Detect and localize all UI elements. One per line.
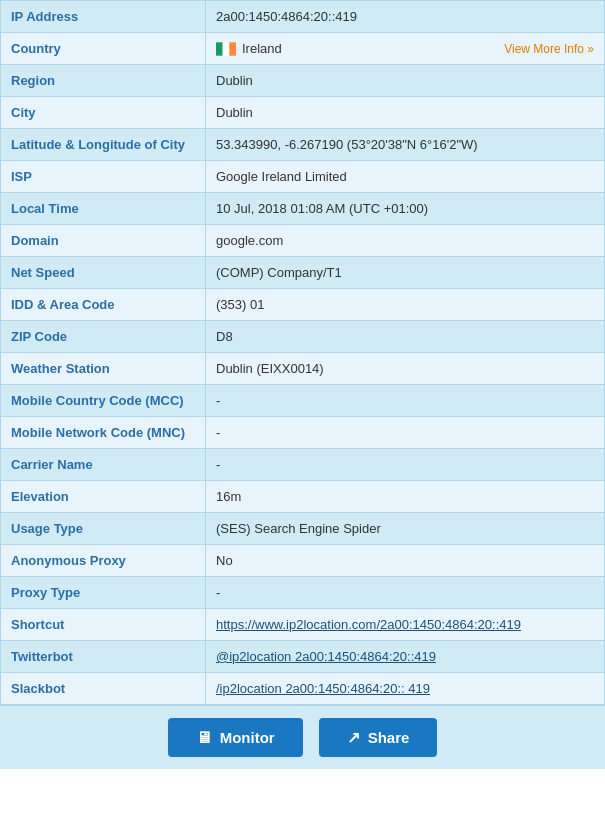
row-link[interactable]: /ip2location 2a00:1450:4864:20:: 419 — [216, 681, 430, 696]
row-value: - — [206, 417, 604, 448]
row-label: City — [1, 97, 206, 128]
row-label: Mobile Country Code (MCC) — [1, 385, 206, 416]
table-row: Carrier Name- — [1, 449, 604, 481]
table-row: Anonymous ProxyNo — [1, 545, 604, 577]
row-value: Dublin — [206, 65, 604, 96]
row-link[interactable]: https://www.ip2location.com/2a00:1450:48… — [216, 617, 521, 632]
row-label: Mobile Network Code (MNC) — [1, 417, 206, 448]
row-value: 53.343990, -6.267190 (53°20'38"N 6°16'2"… — [206, 129, 604, 160]
row-value: - — [206, 577, 604, 608]
row-value: Dublin — [206, 97, 604, 128]
table-row: ZIP CodeD8 — [1, 321, 604, 353]
svg-rect-0 — [216, 42, 223, 55]
row-label: Country — [1, 33, 206, 64]
row-label: ZIP Code — [1, 321, 206, 352]
table-row: Shortcuthttps://www.ip2location.com/2a00… — [1, 609, 604, 641]
row-label: Domain — [1, 225, 206, 256]
table-row: Mobile Country Code (MCC)- — [1, 385, 604, 417]
table-row: Slackbot/ip2location 2a00:1450:4864:20::… — [1, 673, 604, 704]
row-label: Twitterbot — [1, 641, 206, 672]
row-value: google.com — [206, 225, 604, 256]
table-row: Domaingoogle.com — [1, 225, 604, 257]
ip-info-table: IP Address2a00:1450:4864:20::419CountryI… — [0, 0, 605, 769]
row-value: (COMP) Company/T1 — [206, 257, 604, 288]
row-label: Anonymous Proxy — [1, 545, 206, 576]
row-value[interactable]: /ip2location 2a00:1450:4864:20:: 419 — [206, 673, 604, 704]
table-row: Proxy Type- — [1, 577, 604, 609]
svg-rect-2 — [229, 42, 236, 55]
table-row: Net Speed(COMP) Company/T1 — [1, 257, 604, 289]
table-row: Twitterbot@ip2location 2a00:1450:4864:20… — [1, 641, 604, 673]
row-value: (353) 01 — [206, 289, 604, 320]
row-label: IP Address — [1, 1, 206, 32]
share-icon: ↗ — [347, 728, 360, 747]
row-label: Shortcut — [1, 609, 206, 640]
table-row: IDD & Area Code(353) 01 — [1, 289, 604, 321]
row-label: Slackbot — [1, 673, 206, 704]
row-value: 2a00:1450:4864:20::419 — [206, 1, 604, 32]
row-value: - — [206, 449, 604, 480]
row-label: Weather Station — [1, 353, 206, 384]
row-link[interactable]: @ip2location 2a00:1450:4864:20::419 — [216, 649, 436, 664]
row-label: ISP — [1, 161, 206, 192]
svg-rect-1 — [223, 42, 230, 55]
share-label: Share — [368, 729, 410, 746]
row-label: Region — [1, 65, 206, 96]
row-value[interactable]: @ip2location 2a00:1450:4864:20::419 — [206, 641, 604, 672]
table-row: Mobile Network Code (MNC)- — [1, 417, 604, 449]
row-value: IrelandView More Info » — [206, 33, 604, 64]
row-label: IDD & Area Code — [1, 289, 206, 320]
row-label: Net Speed — [1, 257, 206, 288]
table-row: CityDublin — [1, 97, 604, 129]
table-row: ISPGoogle Ireland Limited — [1, 161, 604, 193]
table-row: Elevation16m — [1, 481, 604, 513]
monitor-button[interactable]: 🖥 Monitor — [168, 718, 303, 757]
row-value: No — [206, 545, 604, 576]
monitor-label: Monitor — [220, 729, 275, 746]
table-row: Local Time10 Jul, 2018 01:08 AM (UTC +01… — [1, 193, 604, 225]
view-more-link[interactable]: View More Info » — [504, 42, 594, 56]
table-row: CountryIrelandView More Info » — [1, 33, 604, 65]
row-value: - — [206, 385, 604, 416]
share-button[interactable]: ↗ Share — [319, 718, 438, 757]
table-row: Usage Type(SES) Search Engine Spider — [1, 513, 604, 545]
row-value: Dublin (EIXX0014) — [206, 353, 604, 384]
row-value: D8 — [206, 321, 604, 352]
row-label: Usage Type — [1, 513, 206, 544]
row-label: Latitude & Longitude of City — [1, 129, 206, 160]
row-label: Elevation — [1, 481, 206, 512]
table-row: Latitude & Longitude of City53.343990, -… — [1, 129, 604, 161]
row-value: 10 Jul, 2018 01:08 AM (UTC +01:00) — [206, 193, 604, 224]
monitor-icon: 🖥 — [196, 729, 212, 747]
row-value: 16m — [206, 481, 604, 512]
row-value: Google Ireland Limited — [206, 161, 604, 192]
table-row: RegionDublin — [1, 65, 604, 97]
table-row: Weather StationDublin (EIXX0014) — [1, 353, 604, 385]
country-flag — [216, 42, 236, 56]
row-label: Carrier Name — [1, 449, 206, 480]
country-name: Ireland — [242, 41, 282, 56]
row-value[interactable]: https://www.ip2location.com/2a00:1450:48… — [206, 609, 604, 640]
row-label: Proxy Type — [1, 577, 206, 608]
row-label: Local Time — [1, 193, 206, 224]
table-row: IP Address2a00:1450:4864:20::419 — [1, 1, 604, 33]
footer-actions: 🖥 Monitor ↗ Share — [0, 705, 605, 769]
row-value: (SES) Search Engine Spider — [206, 513, 604, 544]
